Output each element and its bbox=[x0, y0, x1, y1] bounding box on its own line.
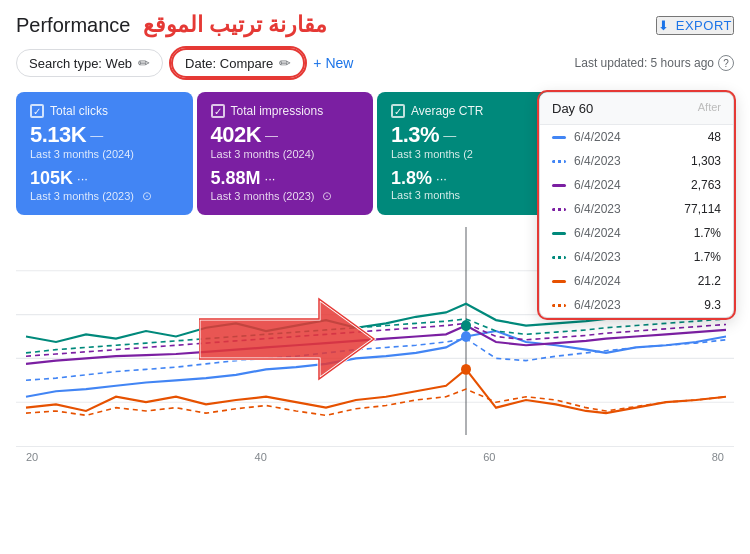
tooltip-dot bbox=[552, 136, 566, 139]
tooltip-header: Day 60 After bbox=[540, 93, 733, 125]
date-compare-chip[interactable]: Date: Compare ✏ bbox=[171, 48, 305, 78]
tooltip-row: 6/4/20242,763 bbox=[540, 173, 733, 197]
x-label-40: 40 bbox=[255, 451, 267, 463]
header-left: Performance مقارنة ترتيب الموقع bbox=[16, 12, 327, 38]
clicks-period-primary: Last 3 months (2024) bbox=[30, 148, 179, 160]
card-header-clicks: ✓ Total clicks bbox=[30, 104, 179, 118]
impressions-period-primary: Last 3 months (2024) bbox=[211, 148, 360, 160]
help-icon-clicks: ⊙ bbox=[142, 189, 152, 203]
tooltip-dot bbox=[552, 184, 566, 187]
tooltip-value: 9.3 bbox=[676, 298, 721, 312]
card-header-impressions: ✓ Total impressions bbox=[211, 104, 360, 118]
tooltip-row: 6/4/202421.2 bbox=[540, 269, 733, 293]
arabic-title: مقارنة ترتيب الموقع bbox=[143, 12, 327, 38]
tooltip-dot bbox=[552, 160, 566, 163]
tooltip-date: 6/4/2023 bbox=[574, 250, 668, 264]
clicks-dash: — bbox=[90, 128, 103, 143]
tooltip-dot bbox=[552, 232, 566, 235]
tooltip-value: 2,763 bbox=[676, 178, 721, 192]
metrics-container: ✓ Total clicks 5.13K — Last 3 months (20… bbox=[16, 92, 734, 215]
tooltip-date: 6/4/2023 bbox=[574, 298, 668, 312]
total-clicks-card[interactable]: ✓ Total clicks 5.13K — Last 3 months (20… bbox=[16, 92, 193, 215]
tooltip-row: 6/4/20231.7% bbox=[540, 245, 733, 269]
tooltip-dot bbox=[552, 304, 566, 307]
export-button[interactable]: ⬇ EXPORT bbox=[656, 16, 734, 35]
ctr-value-secondary: 1.8% bbox=[391, 168, 432, 189]
tooltip-row: 6/4/20241.7% bbox=[540, 221, 733, 245]
clicks-period-secondary: Last 3 months (2023) bbox=[30, 190, 134, 202]
edit-icon: ✏ bbox=[138, 55, 150, 71]
checkbox-ctr[interactable]: ✓ bbox=[391, 104, 405, 118]
tooltip-dot bbox=[552, 256, 566, 259]
search-type-label: Search type: Web bbox=[29, 56, 132, 71]
card-header-ctr: ✓ Average CTR bbox=[391, 104, 540, 118]
tooltip-date: 6/4/2024 bbox=[574, 130, 668, 144]
tooltip-row: 6/4/20231,303 bbox=[540, 149, 733, 173]
last-updated: Last updated: 5 hours ago ? bbox=[575, 55, 734, 71]
average-ctr-card[interactable]: ✓ Average CTR 1.3% — Last 3 months (2 1.… bbox=[377, 92, 554, 215]
filter-bar: Search type: Web ✏ Date: Compare ✏ + New… bbox=[16, 48, 734, 78]
ctr-period-secondary: Last 3 months bbox=[391, 189, 460, 201]
x-axis: 20 40 60 80 bbox=[16, 451, 734, 463]
tooltip-popup: Day 60 After 6/4/2024486/4/20231,3036/4/… bbox=[539, 92, 734, 318]
x-label-80: 80 bbox=[712, 451, 724, 463]
impressions-value-primary: 402K bbox=[211, 122, 262, 148]
export-label: EXPORT bbox=[676, 18, 732, 33]
tooltip-date: 6/4/2024 bbox=[574, 226, 668, 240]
edit-icon-2: ✏ bbox=[279, 55, 291, 71]
impressions-label: Total impressions bbox=[231, 104, 324, 118]
tooltip-value: 1,303 bbox=[676, 154, 721, 168]
tooltip-rows: 6/4/2024486/4/20231,3036/4/20242,7636/4/… bbox=[540, 125, 733, 317]
tooltip-date: 6/4/2023 bbox=[574, 154, 668, 168]
download-icon: ⬇ bbox=[658, 18, 670, 33]
ctr-value-primary: 1.3% bbox=[391, 122, 439, 148]
date-compare-label: Date: Compare bbox=[185, 56, 273, 71]
tooltip-value: 1.7% bbox=[676, 250, 721, 264]
x-label-20: 20 bbox=[26, 451, 38, 463]
clicks-value-secondary: 105K bbox=[30, 168, 73, 189]
tooltip-value: 77,114 bbox=[676, 202, 721, 216]
help-icon-impressions: ⊙ bbox=[322, 189, 332, 203]
clicks-label: Total clicks bbox=[50, 104, 108, 118]
help-icon: ? bbox=[718, 55, 734, 71]
tooltip-row: 6/4/202377,114 bbox=[540, 197, 733, 221]
tooltip-date: 6/4/2024 bbox=[574, 274, 668, 288]
tooltip-value: 1.7% bbox=[676, 226, 721, 240]
checkbox-impressions[interactable]: ✓ bbox=[211, 104, 225, 118]
page-wrapper: Performance مقارنة ترتيب الموقع ⬇ EXPORT… bbox=[0, 0, 750, 554]
plus-icon: + bbox=[313, 55, 321, 71]
last-updated-text: Last updated: 5 hours ago bbox=[575, 56, 714, 70]
tooltip-dot bbox=[552, 280, 566, 283]
tooltip-row: 6/4/202448 bbox=[540, 125, 733, 149]
impressions-period-secondary: Last 3 months (2023) bbox=[211, 190, 315, 202]
clicks-value-primary: 5.13K bbox=[30, 122, 86, 148]
ctr-label: Average CTR bbox=[411, 104, 483, 118]
svg-point-5 bbox=[461, 331, 471, 342]
header: Performance مقارنة ترتيب الموقع ⬇ EXPORT bbox=[16, 12, 734, 38]
svg-point-7 bbox=[461, 364, 471, 375]
impressions-value-secondary: 5.88M bbox=[211, 168, 261, 189]
new-button[interactable]: + New bbox=[313, 55, 353, 71]
tooltip-value: 48 bbox=[676, 130, 721, 144]
ctr-period-primary: Last 3 months (2 bbox=[391, 148, 540, 160]
tooltip-date: 6/4/2024 bbox=[574, 178, 668, 192]
tooltip-value: 21.2 bbox=[676, 274, 721, 288]
x-label-60: 60 bbox=[483, 451, 495, 463]
new-label: New bbox=[325, 55, 353, 71]
tooltip-row: 6/4/20239.3 bbox=[540, 293, 733, 317]
page-title: Performance bbox=[16, 14, 131, 37]
search-type-chip[interactable]: Search type: Web ✏ bbox=[16, 49, 163, 77]
svg-point-6 bbox=[461, 320, 471, 331]
total-impressions-card[interactable]: ✓ Total impressions 402K — Last 3 months… bbox=[197, 92, 374, 215]
tooltip-dot bbox=[552, 208, 566, 211]
checkbox-clicks[interactable]: ✓ bbox=[30, 104, 44, 118]
tooltip-date: 6/4/2023 bbox=[574, 202, 668, 216]
tooltip-header-text: Day 60 bbox=[552, 101, 593, 116]
